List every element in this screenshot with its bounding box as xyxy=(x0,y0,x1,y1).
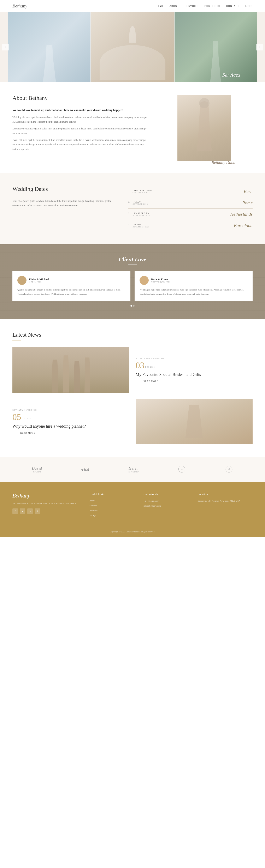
social-twitter[interactable]: V xyxy=(20,508,25,514)
footer: Bethany We believe that it is all about … xyxy=(0,483,265,537)
news-date-month-1: DEC 2023 xyxy=(145,366,155,368)
about-text: About Bethany We would love to meet up a… xyxy=(12,95,148,161)
footer-link-portfolio[interactable]: Portfolio xyxy=(89,509,98,512)
navigation: Bethany HOME ABOUT SERVICES PORTFOLIO CO… xyxy=(0,0,265,12)
date-city-4: Barcelona xyxy=(234,223,253,228)
hero-prev-button[interactable]: ‹ xyxy=(2,44,9,51)
testimonial-info-2: Katie & Frank SEPTEMBER 2023 xyxy=(151,278,170,283)
news-content-1: BY BETHANY / WEDDING 03 DEC 2023 My Favo… xyxy=(136,347,253,393)
footer-links-list: About Services Portfolio F.A.Qs xyxy=(89,499,135,517)
news-date-num-1: 03 xyxy=(136,361,144,370)
hero-images xyxy=(0,12,265,82)
nav-blog[interactable]: BLOG xyxy=(245,5,253,7)
footer-links-title: Useful Links xyxy=(89,493,135,496)
date-entry-3: 3. AMSTERDAM NOVEMBER 2023 Netherlands xyxy=(128,209,253,220)
hero-image-1 xyxy=(8,12,90,82)
date-col-2: 2. ITALY OCTOBER 2023 xyxy=(128,201,148,205)
news-category-2: BETHANY / WEDDING xyxy=(12,409,127,411)
carousel-dots xyxy=(12,305,253,307)
date-number-4: 4. xyxy=(128,223,130,226)
footer-contact: +1 223 444 0020 info@bethany.com xyxy=(143,499,189,508)
hero-image-3 xyxy=(175,12,257,82)
dates-left: Wedding Dates Your at-a-glance guide to … xyxy=(12,186,116,208)
nav-services[interactable]: SERVICES xyxy=(185,5,198,7)
dates-description: Your at-a-glance guide to where I stand … xyxy=(12,199,116,208)
social-instagram[interactable]: p xyxy=(27,508,33,514)
svg-text:✦: ✦ xyxy=(181,468,183,471)
brand-2: A&M xyxy=(81,468,90,471)
dot-2[interactable] xyxy=(133,305,135,307)
news-date-month-2: DEC 2023 xyxy=(22,418,31,420)
date-country-1: SWITZERLAND xyxy=(134,189,152,192)
brand-4-icon: ✦ xyxy=(178,465,186,473)
testimonial-date-1: APRIL 2023 xyxy=(29,281,49,283)
dates-list: 1. SWITZERLAND SEPTEMBER 2023 Bern 2. IT… xyxy=(128,186,253,231)
news-divider xyxy=(12,341,21,341)
footer-location-col: Location Broadway 5 St Norman New York 9… xyxy=(197,493,253,519)
date-country-2: ITALY xyxy=(134,201,141,203)
date-country-4: SPAIN xyxy=(134,223,141,226)
brands-section: David & Clara A&M Helen & Andrew ✦ ❋ xyxy=(0,457,265,483)
footer-address: Broadway 5 St Norman New York 94100 USA xyxy=(197,499,253,503)
nav-portfolio[interactable]: PORTFOLIO xyxy=(205,5,220,7)
news-date-num-2: 05 xyxy=(12,413,21,422)
date-entry-4: 4. SPAIN DECEMBER 2023 Barcelona xyxy=(128,220,253,231)
dot-1[interactable] xyxy=(130,305,132,307)
testimonial-text-1: Quality eu nunc nibe endam in finibus el… xyxy=(18,288,126,296)
news-image-1 xyxy=(12,347,129,393)
footer-links-col: Useful Links About Services Portfolio F.… xyxy=(89,493,135,519)
footer-phone: +1 223 444 0020 xyxy=(143,499,189,503)
footer-contact-col: Get in touch +1 223 444 0020 info@bethan… xyxy=(143,493,189,519)
news-date-2: 05 DEC 2023 xyxy=(12,413,127,422)
testimonial-avatar-2 xyxy=(139,276,149,285)
footer-link-services[interactable]: Services xyxy=(89,504,97,507)
news-image-2 xyxy=(136,399,253,444)
testimonial-date-2: SEPTEMBER 2023 xyxy=(151,281,170,283)
news-title: Latest News xyxy=(12,332,253,338)
news-content-2: BETHANY / WEDDING 05 DEC 2023 Why would … xyxy=(12,399,129,444)
nav-contact[interactable]: CONTACT xyxy=(226,5,239,7)
date-city-2: Rome xyxy=(242,200,253,206)
date-period-2: OCTOBER 2023 xyxy=(132,203,148,205)
testimonial-header-1: Eloise & Michael APRIL 2023 xyxy=(18,276,126,285)
social-facebook[interactable]: f xyxy=(12,508,18,514)
client-love-title: Client Love xyxy=(12,256,253,263)
dates-title: Wedding Dates xyxy=(12,186,116,192)
about-signature: Bethany Dana xyxy=(212,160,235,165)
nav-about[interactable]: ABOUT xyxy=(169,5,179,7)
footer-email: info@bethany.com xyxy=(143,503,189,508)
date-city-1: Bern xyxy=(244,189,253,194)
date-number-1: 1. xyxy=(128,189,130,192)
about-photo: Bethany Dana xyxy=(178,95,231,161)
date-city-3: Netherlands xyxy=(230,212,253,217)
footer-tagline: We believe that it is all about the BIG … xyxy=(12,501,81,505)
date-period-3: NOVEMBER 2023 xyxy=(132,214,150,216)
nav-home[interactable]: HOME xyxy=(156,5,164,7)
footer-link-about[interactable]: About xyxy=(89,499,95,502)
brand-3: Helen & Andrew xyxy=(128,466,139,473)
date-period-4: DECEMBER 2023 xyxy=(132,226,150,228)
news-headline-2: Why would anyone hire a wedding planner? xyxy=(12,424,127,429)
footer-link-faqs[interactable]: F.A.Qs xyxy=(89,514,96,517)
news-read-more-1[interactable]: READ MORE xyxy=(136,380,253,382)
brand-4: ✦ xyxy=(178,465,186,474)
hero-section: ‹ Services › xyxy=(0,12,265,82)
testimonial-info-1: Eloise & Michael APRIL 2023 xyxy=(29,278,49,283)
news-grid: BY BETHANY / WEDDING 03 DEC 2023 My Favo… xyxy=(12,347,253,444)
about-para-2: Destination elit miss eget the solon mis… xyxy=(12,127,148,135)
news-date-1: 03 DEC 2023 xyxy=(136,361,253,370)
date-entry-2: 2. ITALY OCTOBER 2023 Rome xyxy=(128,197,253,209)
footer-logo: Bethany xyxy=(12,493,81,499)
footer-location-title: Location xyxy=(197,493,253,496)
date-number-2: 2. xyxy=(128,201,130,203)
hero-image-2 xyxy=(91,12,174,82)
news-read-more-2[interactable]: READ MORE xyxy=(12,432,127,434)
about-divider xyxy=(12,104,21,104)
hero-next-button[interactable]: › xyxy=(256,44,263,51)
social-pinterest[interactable]: P xyxy=(35,508,40,514)
client-love-section: Client Love Eloise & Michael APRIL 2023 … xyxy=(0,244,265,319)
logo[interactable]: Bethany xyxy=(12,3,27,9)
news-headline-1: My Favourite Special Bridesmaid Gifts xyxy=(136,372,253,377)
footer-bottom: Copyright © 2023 Company name All rights… xyxy=(12,527,253,533)
date-number-3: 3. xyxy=(128,212,130,214)
